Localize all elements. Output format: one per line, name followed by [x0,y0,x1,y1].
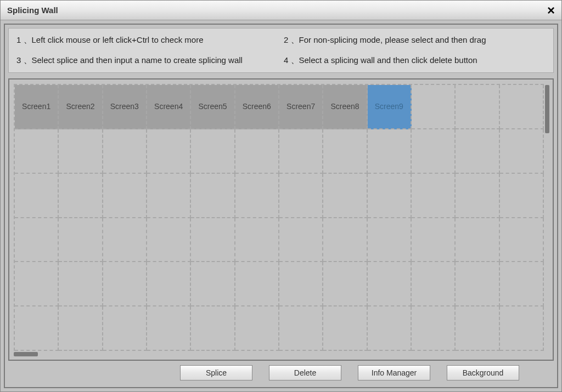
content-area: 1 、Left click mouse or left click+Ctrl t… [1,20,561,391]
empty-cell[interactable] [412,174,456,218]
empty-cell[interactable] [456,174,499,218]
screen-cell-screen6[interactable]: Screen6 [235,85,279,129]
screen-cell-screen9[interactable]: Screen9 [368,85,412,129]
empty-cell[interactable] [15,174,59,218]
instructions-panel: 1 、Left click mouse or left click+Ctrl t… [8,28,554,73]
screen-cell-screen7[interactable]: Screen7 [279,85,323,129]
empty-cell[interactable] [235,306,279,351]
empty-cell[interactable] [500,174,544,218]
empty-cell[interactable] [500,306,544,351]
buttons-row: Splice Delete Info Manager Background [145,361,554,384]
screen-cell-screen1[interactable]: Screen1 [15,85,59,129]
empty-cell[interactable] [500,262,544,306]
empty-cell[interactable] [235,262,279,306]
empty-cell[interactable] [412,129,456,174]
empty-cell[interactable] [456,85,499,129]
instruction-4: 4 、Select a splicing wall and then click… [284,55,546,66]
empty-cell[interactable] [323,129,367,174]
screen-cell-screen3[interactable]: Screen3 [103,85,147,129]
screen-cell-screen8[interactable]: Screen8 [323,85,367,129]
titlebar: Splicing Wall × [1,1,561,20]
empty-cell[interactable] [147,174,191,218]
empty-cell[interactable] [235,129,279,174]
info-manager-button[interactable]: Info Manager [358,365,430,380]
empty-cell[interactable] [368,129,412,174]
empty-cell[interactable] [412,218,456,263]
empty-cell[interactable] [323,306,367,351]
empty-cell[interactable] [500,85,544,129]
empty-cell[interactable] [279,262,323,306]
horizontal-scrollbar-thumb[interactable] [14,352,38,356]
empty-cell[interactable] [191,129,235,174]
horizontal-scrollbar[interactable] [14,352,544,357]
close-icon[interactable]: × [547,4,555,17]
empty-cell[interactable] [279,129,323,174]
empty-cell[interactable] [15,306,59,351]
empty-cell[interactable] [191,174,235,218]
empty-cell[interactable] [59,129,103,174]
empty-cell[interactable] [412,85,456,129]
empty-cell[interactable] [368,306,412,351]
empty-cell[interactable] [279,218,323,263]
empty-cell[interactable] [323,262,367,306]
empty-cell[interactable] [103,306,147,351]
splicing-wall-window: Splicing Wall × 1 、Left click mouse or l… [0,0,562,392]
empty-cell[interactable] [279,306,323,351]
inner-frame: 1 、Left click mouse or left click+Ctrl t… [4,24,558,388]
empty-cell[interactable] [147,218,191,263]
instruction-1: 1 、Left click mouse or left click+Ctrl t… [16,35,278,46]
empty-cell[interactable] [235,218,279,263]
screen-cell-screen5[interactable]: Screen5 [191,85,235,129]
empty-cell[interactable] [412,306,456,351]
background-button[interactable]: Background [447,365,519,380]
empty-cell[interactable] [59,262,103,306]
empty-cell[interactable] [103,262,147,306]
empty-cell[interactable] [368,262,412,306]
empty-cell[interactable] [235,174,279,218]
empty-cell[interactable] [323,218,367,263]
empty-cell[interactable] [368,174,412,218]
vertical-scrollbar[interactable] [545,84,549,357]
screen-grid[interactable]: Screen1Screen2Screen3Screen4Screen5Scree… [14,84,544,351]
empty-cell[interactable] [147,129,191,174]
empty-cell[interactable] [15,129,59,174]
vertical-scrollbar-thumb[interactable] [545,85,549,133]
empty-cell[interactable] [412,262,456,306]
empty-cell[interactable] [103,129,147,174]
empty-cell[interactable] [456,129,499,174]
screen-grid-panel: Screen1Screen2Screen3Screen4Screen5Scree… [8,78,554,361]
empty-cell[interactable] [500,129,544,174]
empty-cell[interactable] [456,218,499,263]
window-title: Splicing Wall [7,5,58,15]
empty-cell[interactable] [59,174,103,218]
instruction-2: 2 、For non-splicing mode, please select … [284,35,546,46]
empty-cell[interactable] [191,218,235,263]
empty-cell[interactable] [147,262,191,306]
empty-cell[interactable] [456,306,499,351]
empty-cell[interactable] [456,262,499,306]
empty-cell[interactable] [279,174,323,218]
screen-cell-screen2[interactable]: Screen2 [59,85,103,129]
screen-cell-screen4[interactable]: Screen4 [147,85,191,129]
empty-cell[interactable] [500,218,544,263]
empty-cell[interactable] [15,218,59,263]
empty-cell[interactable] [323,174,367,218]
splice-button[interactable]: Splice [180,365,252,380]
empty-cell[interactable] [191,262,235,306]
empty-cell[interactable] [59,306,103,351]
delete-button[interactable]: Delete [269,365,341,380]
empty-cell[interactable] [59,218,103,263]
instruction-3: 3 、Select splice and then input a name t… [16,55,278,66]
empty-cell[interactable] [191,306,235,351]
empty-cell[interactable] [368,218,412,263]
empty-cell[interactable] [103,218,147,263]
empty-cell[interactable] [103,174,147,218]
empty-cell[interactable] [147,306,191,351]
empty-cell[interactable] [15,262,59,306]
